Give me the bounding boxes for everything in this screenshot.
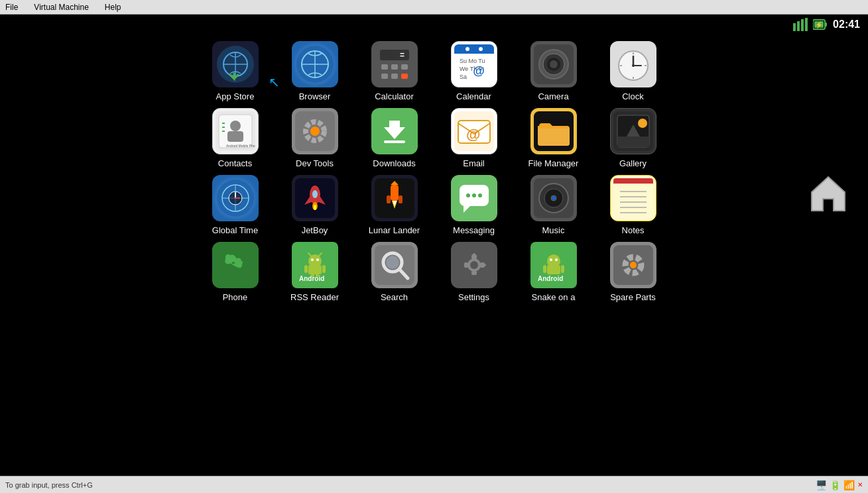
calendar-label: Calendar (456, 91, 491, 101)
svg-text:Android Mobile Phone: Android Mobile Phone (226, 144, 255, 148)
calendar-icon: Su Mo Tu We Th Fr Sa @ (451, 41, 497, 87)
phone-label: Phone (223, 292, 248, 302)
settings-label: Settings (458, 292, 489, 302)
app-store-icon (212, 41, 259, 87)
app-icon-downloads[interactable]: Downloads (361, 108, 428, 168)
app-icon-email[interactable]: @ Email (441, 108, 507, 168)
app-icon-clock[interactable]: Clock (600, 41, 666, 101)
search-icon-app (371, 242, 418, 288)
app-icon-phone[interactable]: Phone (202, 242, 269, 302)
global-time-label: Global Time (212, 225, 258, 235)
app-icon-rss-reader[interactable]: Android RSS Reader (282, 242, 348, 302)
battery-icon: ⚡ (813, 18, 828, 31)
dev-tools-label: Dev Tools (296, 158, 334, 168)
svg-rect-90 (387, 195, 391, 203)
app-icon-calculator[interactable]: = Calculator (361, 41, 428, 101)
svg-text:⚡: ⚡ (815, 21, 824, 29)
clock-icon (610, 41, 656, 87)
taskbar-icon-1: 🖥️ (816, 480, 827, 490)
svg-rect-0 (793, 23, 796, 31)
menu-virtual-machine[interactable]: Virtual Machine (31, 1, 92, 13)
notes-label: Notes (622, 225, 645, 235)
svg-rect-105 (613, 178, 653, 218)
app-icon-file-manager[interactable]: File Manager (521, 108, 587, 168)
svg-point-132 (470, 261, 478, 269)
global-time-icon (212, 175, 259, 221)
browser-icon (292, 41, 338, 87)
app-icon-jetboy[interactable]: JetBoy (282, 175, 348, 235)
messaging-label: Messaging (453, 225, 495, 235)
app-icon-app-store[interactable]: App Store (202, 41, 269, 101)
svg-rect-70 (617, 137, 649, 147)
app-row-2: Android Mobile Phone Contacts Dev Tools (202, 108, 666, 168)
app-icon-contacts[interactable]: Android Mobile Phone Contacts (202, 108, 269, 168)
jetboy-label: JetBoy (302, 225, 328, 235)
svg-point-84 (312, 190, 318, 198)
app-icon-calendar[interactable]: Su Mo Tu We Th Fr Sa @ Calendar (441, 41, 507, 101)
svg-rect-20 (401, 64, 408, 70)
downloads-label: Downloads (373, 158, 415, 168)
spare-parts-label: Spare Parts (610, 292, 656, 302)
rss-reader-label: RSS Reader (290, 292, 339, 302)
svg-rect-5 (825, 23, 827, 27)
app-icon-gallery[interactable]: Gallery (600, 108, 666, 168)
bottom-right-icons: 🖥️ 🔋 📶 ✕ (816, 480, 863, 490)
svg-rect-53 (227, 131, 243, 142)
contacts-icon: Android Mobile Phone (212, 108, 259, 154)
svg-point-52 (230, 121, 241, 131)
app-store-label: App Store (216, 91, 255, 101)
svg-rect-22 (391, 74, 398, 79)
settings-icon (451, 242, 497, 288)
rss-reader-icon: Android (292, 242, 338, 288)
svg-rect-21 (381, 74, 388, 79)
app-icon-global-time[interactable]: Global Time (202, 175, 269, 235)
svg-rect-121 (316, 270, 319, 277)
svg-rect-18 (381, 64, 388, 70)
svg-rect-144 (561, 265, 564, 273)
app-icon-settings[interactable]: Settings (441, 242, 507, 302)
app-grid-area: ↖ App Stor (0, 34, 868, 493)
svg-rect-3 (805, 18, 808, 31)
file-manager-icon (530, 108, 577, 154)
svg-text:@: @ (473, 64, 485, 78)
lunar-lander-label: Lunar Lander (369, 225, 420, 235)
contacts-label: Contacts (218, 158, 252, 168)
app-icon-browser[interactable]: Browser (282, 41, 348, 101)
app-icon-dev-tools[interactable]: Dev Tools (282, 108, 348, 168)
app-icon-notes[interactable]: Notes (600, 175, 666, 235)
svg-rect-118 (304, 265, 308, 273)
music-label: Music (542, 225, 565, 235)
home-button[interactable] (808, 174, 848, 213)
jetboy-icon (292, 175, 338, 221)
app-icon-camera[interactable]: Camera (521, 41, 587, 101)
svg-point-123 (316, 258, 319, 261)
svg-rect-17 (380, 50, 409, 60)
svg-rect-91 (399, 195, 403, 203)
app-icon-spare-parts[interactable]: Spare Parts (600, 242, 666, 302)
app-icon-snake[interactable]: Android Snake on a (521, 242, 587, 302)
svg-point-97 (466, 193, 470, 197)
menu-help[interactable]: Help (102, 1, 124, 13)
svg-rect-27 (454, 50, 494, 54)
app-icon-messaging[interactable]: Messaging (441, 175, 507, 235)
app-row-1: App Store Browser (202, 41, 666, 101)
app-icon-music[interactable]: Music (521, 175, 587, 235)
app-icon-search[interactable]: Search (361, 242, 428, 302)
clock-label: Clock (622, 91, 644, 101)
svg-rect-63 (384, 140, 405, 143)
svg-point-98 (472, 193, 476, 197)
menu-file[interactable]: File (3, 1, 21, 13)
svg-point-72 (638, 119, 647, 128)
downloads-icon (371, 108, 418, 154)
svg-rect-1 (797, 21, 800, 31)
svg-point-86 (314, 205, 316, 210)
svg-rect-107 (613, 181, 653, 184)
svg-rect-2 (801, 19, 804, 31)
status-bar: ⚡ 02:41 (0, 15, 868, 34)
svg-rect-19 (391, 64, 398, 70)
browser-label: Browser (299, 91, 331, 101)
dev-tools-icon (292, 108, 338, 154)
app-icon-lunar-lander[interactable]: Lunar Lander (361, 175, 428, 235)
app-row-3: Global Time J (202, 175, 666, 235)
phone-icon (212, 242, 259, 288)
